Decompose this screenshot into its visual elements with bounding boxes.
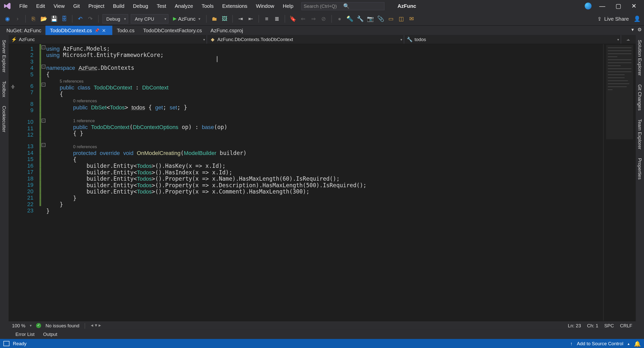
account-globe-icon[interactable] (585, 3, 592, 9)
source-control-up-icon: ↑ (570, 341, 572, 346)
code-editor[interactable]: ᚖ 12345 67 89 101112 1314151617181920212… (9, 44, 636, 321)
mail-icon[interactable]: ✉ (408, 15, 416, 23)
save-all-icon[interactable]: 🗄 (61, 15, 68, 23)
menu-edit[interactable]: Edit (32, 1, 49, 11)
menu-project[interactable]: Project (84, 1, 108, 11)
search-icon: 🔍 (343, 3, 383, 9)
outlining-bar[interactable]: − − − − − (41, 44, 46, 321)
tool-icon[interactable]: 🔧 (356, 15, 364, 23)
status-bar: Ready ↑ Add to Source Control ▴ 🔔 (0, 339, 644, 348)
add-to-source-control[interactable]: Add to Source Control (577, 341, 623, 346)
indent-mode[interactable]: SPC (604, 323, 614, 328)
solution-config-dropdown[interactable]: Debug (102, 14, 128, 23)
minimap[interactable] (603, 44, 636, 321)
nav-member-dropdown[interactable]: 🔧 todos (404, 35, 621, 44)
clear-bookmarks-icon: ⊘ (320, 15, 328, 23)
pin-icon[interactable]: 📌 (95, 28, 99, 33)
indent-icon[interactable]: ≣ (273, 15, 281, 23)
code-surface[interactable]: using AzFunc.Models; using Microsoft.Ent… (46, 44, 603, 321)
image-icon[interactable]: 🖼 (221, 15, 229, 23)
menu-help[interactable]: Help (279, 1, 297, 11)
tab-error-list[interactable]: Error List (12, 330, 38, 338)
nav-type-dropdown[interactable]: ◆ AzFunc.DbContexts.TodoDbContext (207, 35, 404, 44)
property-icon: 🔧 (407, 37, 413, 43)
split-editor-icon[interactable]: ⫠ (621, 35, 636, 44)
play-icon: ▶ (173, 16, 177, 21)
panel-cookiecutter[interactable]: Cookiecutter (2, 105, 7, 134)
panel-toolbox[interactable]: Toolbox (2, 80, 7, 99)
menu-tools[interactable]: Tools (198, 1, 217, 11)
menu-git[interactable]: Git (69, 1, 84, 11)
notifications-bell-icon[interactable]: 🔔 (634, 340, 641, 347)
window-close-button[interactable]: ✕ (629, 2, 639, 10)
panel-solution-explorer[interactable]: Solution Explorer (637, 39, 642, 77)
status-window-icon[interactable] (4, 341, 10, 346)
step-icon[interactable]: ⇥ (237, 15, 245, 23)
quick-launch-search[interactable]: Search (Ctrl+Q) 🔍 (302, 2, 385, 10)
menu-test[interactable]: Test (153, 1, 170, 11)
document-tabstrip: NuGet: AzFunc TodoDbContext.cs 📌 ✕ Todo.… (0, 26, 644, 35)
glyph-margin-icon: ᚖ (11, 84, 15, 90)
nav-forward-icon: › (14, 15, 21, 23)
open-icon[interactable]: 📂 (40, 15, 48, 23)
live-share-icon: ⇪ (597, 16, 602, 22)
panel-properties[interactable]: Properties (637, 157, 642, 181)
solution-platform-dropdown[interactable]: Any CPU (131, 14, 169, 23)
card-icon[interactable]: ▭ (387, 15, 395, 23)
menu-extensions[interactable]: Extensions (218, 1, 251, 11)
tab-tododbcontext[interactable]: TodoDbContext.cs 📌 ✕ (46, 26, 112, 35)
tab-todo[interactable]: Todo.cs (112, 26, 139, 35)
find-icon[interactable]: 🔦 (346, 15, 354, 23)
attach-icon[interactable]: 📎 (377, 15, 385, 23)
start-debugging-button[interactable]: ▶ AzFunc ▾ (171, 16, 202, 22)
next-bookmark-icon: ⇒ (310, 15, 317, 23)
bookmark-icon[interactable]: 🔖 (289, 15, 297, 23)
breakpoint-icon[interactable]: ● (336, 15, 343, 23)
tab-factory[interactable]: TodoDbContextFactory.cs (139, 26, 206, 35)
tabs-gear-icon[interactable]: ⚙ (637, 27, 642, 33)
nav-arrows-icon[interactable]: ◂ ▾ ▸ (91, 323, 101, 328)
live-share-button[interactable]: ⇪ Live Share (597, 16, 629, 22)
menu-view[interactable]: View (50, 1, 68, 11)
menu-file[interactable]: File (15, 1, 31, 11)
eol-mode[interactable]: CRLF (620, 323, 632, 328)
outdent-icon[interactable]: ≡ (263, 15, 271, 23)
menu-build[interactable]: Build (109, 1, 128, 11)
save-icon[interactable]: 💾 (50, 15, 58, 23)
menu-debug[interactable]: Debug (129, 1, 152, 11)
undo-icon[interactable]: ↶ (76, 15, 84, 23)
line-number-gutter: ᚖ 12345 67 89 101112 1314151617181920212… (9, 44, 39, 321)
menu-analyze[interactable]: Analyze (171, 1, 197, 11)
close-tab-icon[interactable]: ✕ (102, 28, 106, 33)
nav-back-icon[interactable]: ◉ (4, 15, 11, 23)
new-project-icon[interactable]: ⎘ (30, 15, 37, 23)
browse-icon[interactable]: 🖿 (211, 15, 218, 23)
tab-csproj[interactable]: AzFunc.csproj (206, 26, 247, 35)
modification-bar (39, 44, 41, 321)
issues-status[interactable]: No issues found (46, 323, 79, 328)
tabs-dropdown-icon[interactable]: ▾ (631, 27, 634, 33)
tab-output[interactable]: Output (40, 330, 61, 338)
window-restore-button[interactable]: ▢ (613, 2, 624, 10)
csharp-project-icon: ⚡ (11, 37, 17, 43)
status-text: Ready (13, 341, 26, 346)
tab-nuget[interactable]: NuGet: AzFunc (2, 26, 46, 35)
step2-icon[interactable]: ⇤ (247, 15, 255, 23)
main-area: Server Explorer Toolbox Cookiecutter ⚡ A… (0, 35, 644, 339)
ok-check-icon: ✓ (36, 323, 41, 328)
panel-team-explorer[interactable]: Team Explorer (637, 118, 642, 151)
camera-icon[interactable]: 📷 (367, 15, 374, 23)
panel-server-explorer[interactable]: Server Explorer (2, 39, 7, 74)
window-icon-tb[interactable]: ◫ (397, 15, 405, 23)
standard-toolbar: ◉ › ⎘ 📂 💾 🗄 ↶ ↷ Debug Any CPU ▶ AzFunc ▾… (0, 12, 644, 26)
feedback-icon[interactable]: 👤 (633, 15, 641, 23)
nav-project-dropdown[interactable]: ⚡ AzFunc (9, 35, 207, 44)
editor-status-strip: 100 % ▾ ✓ No issues found │ ◂ ▾ ▸ Ln: 23… (9, 321, 636, 329)
caret-line: Ln: 23 (568, 323, 581, 328)
panel-git-changes[interactable]: Git Changes (637, 83, 642, 112)
solution-name: AzFunc (398, 3, 416, 9)
vs-logo-icon (3, 1, 12, 11)
window-minimize-button[interactable]: — (597, 2, 608, 10)
zoom-level[interactable]: 100 % (12, 323, 25, 328)
menu-window[interactable]: Window (252, 1, 278, 11)
